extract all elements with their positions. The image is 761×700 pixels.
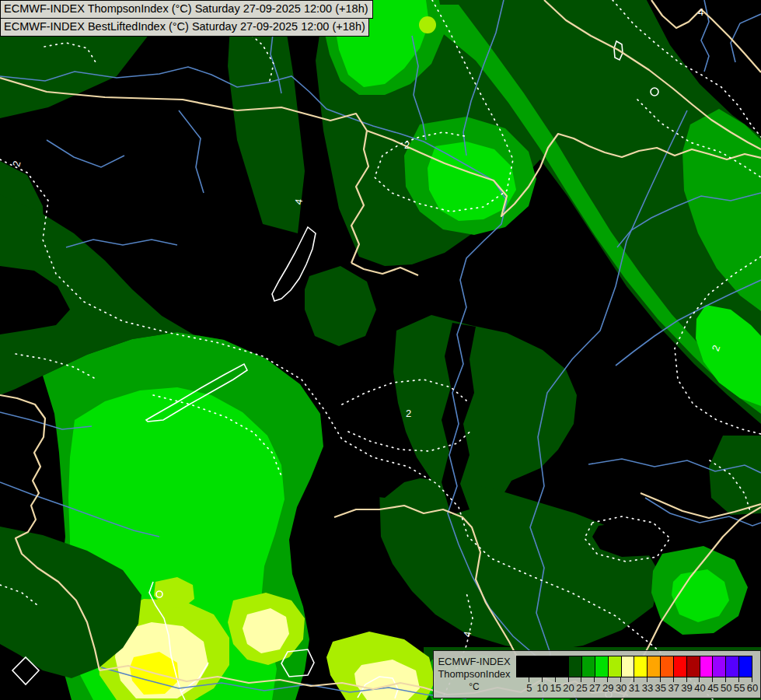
- legend-tick-value: 31: [621, 682, 634, 695]
- legend-tick-value: 35: [648, 682, 661, 695]
- legend-color-step: [661, 656, 674, 677]
- legend-color-step: [569, 656, 582, 677]
- legend-color-step: [648, 656, 661, 677]
- legend-colorbar: 51015202527293031333537394045505560: [515, 651, 760, 698]
- legend-tick-value: 55: [726, 682, 739, 695]
- legend-color-step: [556, 656, 569, 677]
- legend-tick-value: 25: [569, 682, 582, 695]
- legend-tick-value: 30: [608, 682, 621, 695]
- legend-unit-label: °C: [434, 681, 515, 693]
- map-canvas: 2 4 2 2 4 2 4: [0, 0, 761, 700]
- contour-label: 4: [698, 6, 703, 18]
- legend-tick-value: 29: [595, 682, 608, 695]
- legend-color-step: [543, 656, 557, 677]
- legend-color-step: [609, 656, 622, 677]
- legend-tick-value: 37: [661, 682, 674, 695]
- contour-label: 2: [406, 408, 411, 419]
- legend-color-step: [674, 656, 687, 677]
- contour-label: 2: [404, 139, 410, 151]
- legend-tick-value: 40: [687, 682, 700, 695]
- legend-tick-value: 15: [543, 682, 556, 695]
- map-title-thompson-index: ECMWF-INDEX ThompsonIndex (°C) Saturday …: [0, 0, 373, 19]
- legend-tick-value: 45: [700, 682, 713, 695]
- legend-text-block: ECMWF-INDEX ThompsonIndex °C: [434, 651, 515, 698]
- legend-tick-value: 20: [556, 682, 569, 695]
- legend-color-step: [634, 656, 648, 677]
- legend-tick-value: 27: [581, 682, 595, 695]
- legend-tick-value: 60: [739, 682, 752, 695]
- legend-color-step: [582, 656, 595, 677]
- legend-color-step: [530, 656, 543, 677]
- legend-color-step: [517, 656, 530, 677]
- legend-panel: ECMWF-INDEX ThompsonIndex °C 51015202527…: [433, 650, 761, 698]
- legend-tick-labels: 51015202527293031333537394045505560: [516, 682, 752, 695]
- legend-color-step: [687, 656, 700, 677]
- legend-tick-value: 5: [516, 682, 529, 695]
- legend-color-step: [622, 656, 635, 677]
- legend-tick-value: 33: [634, 682, 648, 695]
- legend-product-label: ECMWF-INDEX: [434, 656, 515, 668]
- legend-parameter-label: ThompsonIndex: [434, 668, 515, 681]
- legend-color-steps: [516, 656, 752, 677]
- legend-color-step: [739, 656, 752, 677]
- legend-tick-value: 39: [674, 682, 687, 695]
- legend-color-step: [595, 656, 609, 677]
- map-title-best-lifted-index: ECMWF-INDEX BestLiftedIndex (°C) Saturda…: [0, 18, 369, 37]
- legend-color-step: [713, 656, 726, 677]
- legend-color-step: [700, 656, 714, 677]
- legend-tick-value: 50: [713, 682, 726, 695]
- legend-color-step: [726, 656, 739, 677]
- weather-map-stage: 2 4 2 2 4 2 4 ECMWF-INDEX ThompsonIndex …: [0, 0, 761, 700]
- legend-tick-value: 10: [529, 682, 543, 695]
